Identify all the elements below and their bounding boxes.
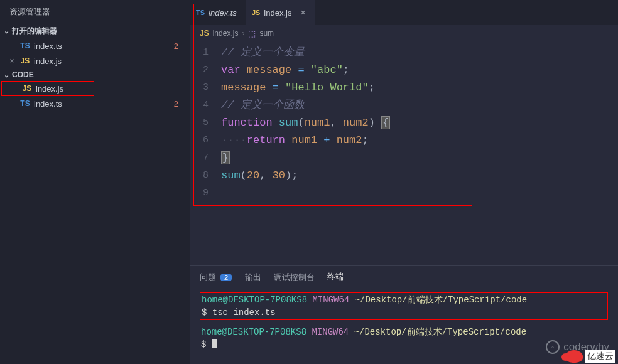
line-number: 9	[190, 185, 221, 202]
terminal-env: MINGW64	[312, 327, 349, 337]
problem-badge: 2	[174, 41, 178, 51]
file-label: index.ts	[31, 99, 174, 109]
code-editor[interactable]: 1// 定义一个变量 2var message = "abc"; 3messag…	[190, 41, 618, 265]
code-token: num2	[343, 117, 369, 129]
problem-badge: 2	[174, 99, 178, 109]
line-number: 5	[190, 114, 221, 132]
file-item-indexjs[interactable]: JS index.js	[1, 81, 94, 96]
tab-indexts[interactable]: TS index.ts	[190, 0, 246, 25]
line-number: 6	[190, 132, 221, 149]
tab-problems[interactable]: 问题 2	[200, 272, 232, 283]
code-token: )	[285, 169, 291, 181]
line-number: 2	[190, 62, 221, 79]
terminal-user: home@DESKTOP-7P08KS8	[201, 327, 306, 337]
code-token: "abc"	[311, 64, 343, 76]
js-icon: JS	[21, 84, 33, 93]
tab-terminal[interactable]: 终端	[327, 271, 344, 284]
code-token: ,	[330, 117, 342, 129]
indent-guide: ····	[221, 134, 247, 146]
terminal-command: tsc index.ts	[212, 308, 276, 318]
code-token: "Hello World"	[285, 82, 369, 94]
terminal-user: home@DESKTOP-7P08KS8	[202, 295, 307, 305]
open-editor-item[interactable]: × JS index.js	[0, 53, 190, 68]
line-number: 7	[190, 149, 221, 167]
code-token: ;	[343, 64, 349, 76]
js-icon: JS	[252, 9, 260, 16]
tab-debug-console[interactable]: 调试控制台	[274, 272, 315, 283]
ts-icon: TS	[196, 9, 205, 16]
close-editor-icon[interactable]: ×	[8, 56, 16, 65]
file-label: index.js	[33, 84, 89, 94]
code-token: 30	[273, 169, 285, 181]
open-editors-header[interactable]: ⌄ 打开的编辑器	[0, 24, 190, 38]
editor-tabs: TS index.ts JS index.js ×	[190, 0, 618, 25]
workspace-label: CODE	[12, 70, 34, 79]
ts-icon: TS	[19, 41, 31, 50]
tab-label: 输出	[245, 272, 261, 283]
terminal-command-block: home@DESKTOP-7P08KS8 MINGW64 ~/Desktop/前…	[200, 292, 608, 320]
code-token: ;	[291, 169, 298, 181]
brand-text: 亿速云	[585, 350, 615, 363]
code-token: (	[298, 117, 304, 129]
problems-count: 2	[220, 274, 232, 281]
code-token: message	[247, 64, 291, 76]
close-icon[interactable]: ×	[300, 8, 305, 18]
symbol-method-icon: ⬚	[248, 29, 256, 38]
tab-indexjs[interactable]: JS index.js ×	[246, 0, 315, 25]
terminal-dollar: $	[201, 340, 206, 350]
code-token: ;	[362, 134, 368, 146]
code-token: num2	[337, 134, 362, 146]
line-number: 4	[190, 97, 221, 114]
terminal-path: ~/Desktop/前端技术/TypeScript/code	[355, 295, 527, 305]
file-label: index.ts	[31, 41, 174, 51]
code-token: }	[221, 151, 230, 164]
workspace-header[interactable]: ⌄ CODE	[0, 68, 190, 81]
wechat-icon: ◦	[546, 340, 560, 354]
tab-label: index.ts	[209, 8, 237, 18]
js-icon: JS	[19, 56, 31, 65]
code-token: message	[221, 82, 266, 94]
breadcrumb[interactable]: JS index.js › ⬚ sum	[190, 25, 618, 41]
code-token: (	[241, 169, 247, 181]
explorer-title: 资源管理器	[0, 0, 190, 24]
panel-tabs: 问题 2 输出 调试控制台 终端	[190, 266, 618, 289]
code-token: =	[298, 64, 304, 76]
terminal-path: ~/Desktop/前端技术/TypeScript/code	[354, 327, 526, 337]
code-token: var	[221, 64, 241, 76]
code-token: ;	[369, 82, 375, 94]
tab-label: 终端	[327, 271, 344, 282]
code-token: num1	[291, 134, 317, 146]
terminal-env: MINGW64	[312, 295, 349, 305]
file-label: index.js	[31, 56, 178, 66]
comment: // 定义一个函数	[221, 99, 305, 111]
terminal-dollar: $	[202, 308, 207, 318]
tab-label: 调试控制台	[274, 272, 315, 283]
breadcrumb-symbol: sum	[259, 29, 274, 38]
tab-label: 问题	[200, 272, 216, 283]
line-number: 8	[190, 167, 221, 185]
editor-area: TS index.ts JS index.js × JS index.js › …	[190, 0, 618, 364]
code-token: num1	[305, 117, 330, 129]
tab-label: index.js	[264, 8, 291, 18]
chevron-right-icon: ›	[242, 29, 244, 38]
cloud-icon	[565, 350, 583, 363]
code-token: sum	[279, 117, 298, 129]
line-number: 1	[190, 44, 221, 62]
code-token: return	[247, 134, 285, 146]
code-token: function	[221, 117, 273, 129]
open-editor-item[interactable]: TS index.ts 2	[0, 38, 190, 53]
code-token: ,	[259, 169, 272, 181]
code-token: )	[369, 117, 381, 129]
code-token: sum	[221, 169, 241, 181]
brand-logo: 亿速云	[565, 350, 615, 363]
open-editors-label: 打开的编辑器	[12, 26, 57, 36]
line-number: 3	[190, 79, 221, 97]
code-token: 20	[247, 169, 259, 181]
ts-icon: TS	[19, 99, 31, 108]
file-item-indexts[interactable]: TS index.ts 2	[0, 96, 190, 111]
chevron-down-icon: ⌄	[4, 71, 9, 79]
terminal-cursor	[212, 339, 217, 348]
code-token: =	[273, 82, 279, 94]
tab-output[interactable]: 输出	[245, 272, 261, 283]
comment: // 定义一个变量	[221, 46, 305, 58]
